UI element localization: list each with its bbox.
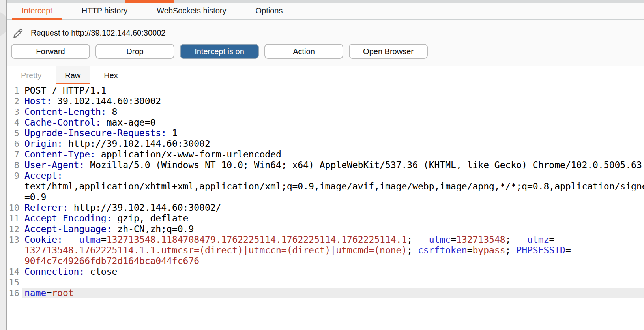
line-number: 8	[7, 160, 22, 171]
pencil-icon	[12, 27, 24, 39]
request-title: Request to http://39.102.144.60:30002	[31, 28, 165, 38]
code-line[interactable]: Cache-Control: max-age=0	[22, 117, 644, 128]
line-number: 13	[7, 234, 22, 245]
code-line[interactable]: Referer: http://39.102.144.60:30002/	[22, 202, 644, 213]
line-number: 3	[7, 107, 22, 117]
line-number: 11	[7, 213, 22, 224]
line-number: 14	[7, 266, 22, 277]
code-row: 9Accept:	[7, 171, 644, 181]
code-row: 2Host: 39.102.144.60:30002	[7, 96, 644, 107]
code-row: =0.9	[7, 192, 644, 202]
open-browser-button[interactable]: Open Browser	[349, 44, 428, 59]
line-number: 1	[7, 85, 22, 96]
line-number: 2	[7, 96, 22, 107]
code-line[interactable]: Content-Length: 8	[22, 107, 644, 117]
request-section: Request to http://39.102.144.60:30002 Fo…	[7, 20, 644, 66]
line-number: 15	[7, 277, 22, 288]
code-line[interactable]: User-Agent: Mozilla/5.0 (Windows NT 10.0…	[22, 160, 644, 171]
parent-tab-strip	[7, 0, 644, 3]
code-line[interactable]: Cookie: __utma=132713548.1184708479.1762…	[22, 234, 644, 245]
code-line[interactable]: 132713548.1762225114.1.1.utmcsr=(direct)…	[22, 245, 644, 256]
code-row: 14Connection: close	[7, 266, 644, 277]
line-number: 4	[7, 117, 22, 128]
code-line[interactable]: Accept:	[22, 171, 644, 181]
code-row: 16name=root	[7, 288, 644, 298]
main-panel: Intercept HTTP history WebSockets histor…	[7, 0, 644, 298]
code-row: 6Origin: http://39.102.144.60:30002	[7, 139, 644, 149]
code-row: 10Referer: http://39.102.144.60:30002/	[7, 202, 644, 213]
tab-http-history[interactable]: HTTP history	[72, 3, 137, 19]
code-row: 5Upgrade-Insecure-Requests: 1	[7, 128, 644, 139]
line-number: 9	[7, 171, 22, 181]
code-row: 4Cache-Control: max-age=0	[7, 117, 644, 128]
burp-proxy-intercept-screen: Intercept HTTP history WebSockets histor…	[0, 0, 644, 330]
code-row: 12Accept-Language: zh-CN,zh;q=0.9	[7, 224, 644, 234]
intercept-button-row: Forward Drop Intercept is on Action Open…	[11, 44, 644, 59]
code-line[interactable]: text/html,application/xhtml+xml,applicat…	[22, 181, 644, 192]
message-view-tab-bar: Pretty Raw Hex	[7, 66, 644, 84]
tab-hex[interactable]: Hex	[95, 66, 127, 84]
code-row: 7Content-Type: application/x-www-form-ur…	[7, 149, 644, 160]
line-number: 16	[7, 288, 22, 298]
intercept-toggle-button[interactable]: Intercept is on	[180, 44, 259, 59]
code-line[interactable]: Content-Type: application/x-www-form-url…	[22, 149, 644, 160]
code-row: text/html,application/xhtml+xml,applicat…	[7, 181, 644, 192]
code-line[interactable]: Host: 39.102.144.60:30002	[22, 96, 644, 107]
window-edge-strip	[0, 0, 7, 330]
code-line[interactable]	[22, 277, 644, 288]
code-line[interactable]: 90f4c7c49266fdb72d164bca044fc676	[22, 256, 644, 266]
code-row: 13Cookie: __utma=132713548.1184708479.17…	[7, 234, 644, 245]
line-number	[7, 181, 22, 192]
line-number	[7, 245, 22, 256]
code-line[interactable]: Origin: http://39.102.144.60:30002	[22, 139, 644, 149]
raw-request-editor[interactable]: 1POST / HTTP/1.12Host: 39.102.144.60:300…	[7, 84, 644, 298]
code-row: 1POST / HTTP/1.1	[7, 85, 644, 96]
code-line[interactable]: Accept-Encoding: gzip, deflate	[22, 213, 644, 224]
code-line[interactable]: Upgrade-Insecure-Requests: 1	[22, 128, 644, 139]
line-number: 6	[7, 139, 22, 149]
parent-tab-active-indicator	[125, 0, 174, 3]
tab-options[interactable]: Options	[246, 3, 292, 19]
forward-button[interactable]: Forward	[11, 44, 90, 59]
request-bar: Request to http://39.102.144.60:30002	[7, 20, 644, 40]
code-row: 90f4c7c49266fdb72d164bca044fc676	[7, 256, 644, 266]
line-number	[7, 256, 22, 266]
code-line[interactable]: POST / HTTP/1.1	[22, 85, 644, 96]
line-number: 7	[7, 149, 22, 160]
line-number: 12	[7, 224, 22, 234]
tab-websockets-history[interactable]: WebSockets history	[147, 3, 236, 19]
decorative-circle	[0, 11, 7, 37]
line-number	[7, 192, 22, 202]
line-number: 10	[7, 202, 22, 213]
code-line[interactable]: =0.9	[22, 192, 644, 202]
code-line[interactable]: Connection: close	[22, 266, 644, 277]
code-row: 132713548.1762225114.1.1.utmcsr=(direct)…	[7, 245, 644, 256]
line-number: 5	[7, 128, 22, 139]
drop-button[interactable]: Drop	[95, 44, 174, 59]
code-line[interactable]: Accept-Language: zh-CN,zh;q=0.9	[22, 224, 644, 234]
code-row: 11Accept-Encoding: gzip, deflate	[7, 213, 644, 224]
proxy-tab-bar: Intercept HTTP history WebSockets histor…	[7, 3, 644, 20]
tab-raw[interactable]: Raw	[56, 66, 90, 84]
action-button[interactable]: Action	[264, 44, 343, 59]
tab-pretty[interactable]: Pretty	[12, 66, 51, 84]
code-row: 15	[7, 277, 644, 288]
code-rows: 1POST / HTTP/1.12Host: 39.102.144.60:300…	[7, 85, 644, 298]
code-line[interactable]: name=root	[22, 288, 644, 298]
tab-intercept[interactable]: Intercept	[12, 3, 62, 19]
code-row: 3Content-Length: 8	[7, 107, 644, 117]
code-row: 8User-Agent: Mozilla/5.0 (Windows NT 10.…	[7, 160, 644, 171]
